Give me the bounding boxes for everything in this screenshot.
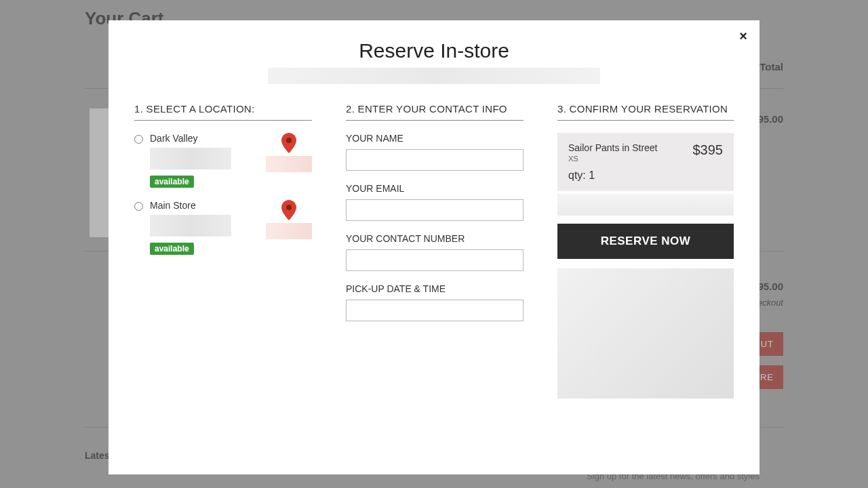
info-placeholder — [557, 268, 734, 399]
name-input[interactable] — [346, 149, 524, 171]
contact-info-section: 2. ENTER YOUR CONTACT INFO YOUR NAME YOU… — [346, 103, 524, 399]
map-pin-icon — [281, 133, 296, 153]
select-location-section: 1. SELECT A LOCATION: Dark Valley availa… — [134, 103, 312, 399]
location-name: Main Store — [150, 200, 259, 211]
reservation-summary: Sailor Pants in Street XS qty: 1 $395 — [557, 133, 734, 191]
location-option[interactable]: Main Store available — [134, 200, 312, 255]
step-1-heading: 1. SELECT A LOCATION: — [134, 103, 312, 121]
status-badge: available — [150, 243, 194, 255]
location-hours-placeholder — [266, 156, 312, 172]
pickup-input[interactable] — [346, 300, 524, 321]
svg-point-1 — [286, 205, 292, 210]
map-pin-icon — [281, 200, 296, 220]
reserve-now-button[interactable]: RESERVE NOW — [557, 224, 734, 259]
location-hours-placeholder — [266, 223, 312, 239]
summary-placeholder — [557, 194, 734, 216]
summary-product: Sailor Pants in Street — [568, 142, 658, 153]
location-radio[interactable] — [134, 202, 143, 211]
phone-input[interactable] — [346, 249, 524, 271]
email-input[interactable] — [346, 199, 524, 221]
modal-title: Reserve In-store — [108, 39, 760, 62]
status-badge: available — [150, 176, 194, 188]
location-address-placeholder — [150, 148, 231, 169]
location-address-placeholder — [150, 215, 231, 237]
step-3-heading: 3. CONFIRM YOUR RESERVATION — [557, 103, 734, 121]
location-option[interactable]: Dark Valley available — [134, 133, 312, 188]
confirm-section: 3. CONFIRM YOUR RESERVATION Sailor Pants… — [557, 103, 734, 399]
location-radio[interactable] — [134, 135, 143, 144]
summary-qty: qty: 1 — [568, 169, 658, 182]
location-name: Dark Valley — [150, 133, 259, 144]
subtitle-placeholder — [268, 68, 600, 84]
pickup-label: PICK-UP DATE & TIME — [346, 283, 524, 294]
email-label: YOUR EMAIL — [346, 183, 524, 194]
summary-variant: XS — [568, 155, 658, 163]
svg-point-0 — [286, 138, 292, 143]
phone-label: YOUR CONTACT NUMBER — [346, 233, 524, 244]
step-2-heading: 2. ENTER YOUR CONTACT INFO — [346, 103, 524, 121]
close-icon[interactable]: × — [739, 28, 747, 44]
name-label: YOUR NAME — [346, 133, 524, 144]
reserve-modal: × Reserve In-store 1. SELECT A LOCATION:… — [108, 20, 760, 474]
summary-price: $395 — [693, 142, 724, 158]
